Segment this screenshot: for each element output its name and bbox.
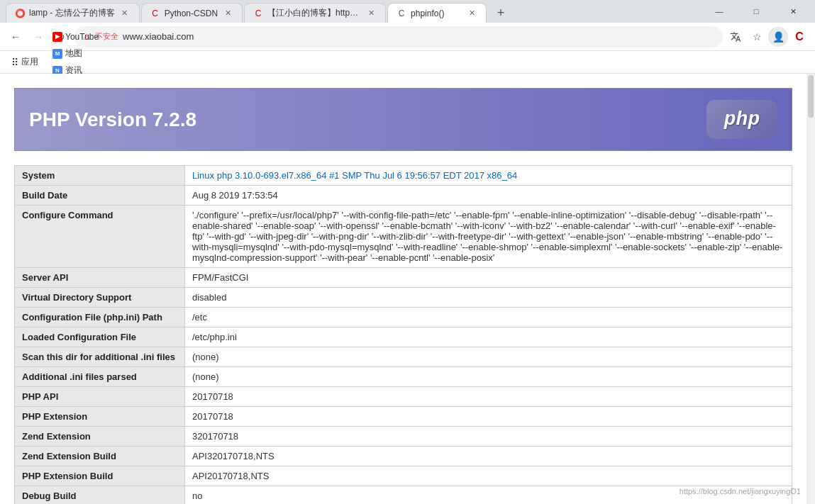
forward-button: → [28,27,48,47]
table-value: 20170718 [185,387,792,407]
table-row: Additional .ini files parsed (none) [15,367,792,387]
back-button[interactable]: ← [6,27,26,47]
address-bar-wrapper[interactable]: ⚠ 不安全 [74,26,723,47]
extension-icon[interactable]: C [789,27,809,47]
table-value: API320170718,NTS [185,447,792,466]
table-key: Additional .ini files parsed [15,367,185,387]
php-version-title: PHP Version 7.2.8 [29,108,196,131]
table-row: Server API FPM/FastCGI [15,268,792,288]
new-tab-button[interactable]: + [491,3,511,23]
table-row: Configure Command './configure' '--prefi… [15,206,792,268]
table-key: PHP API [15,387,185,407]
table-row: Loaded Configuration File /etc/php.ini [15,327,792,347]
tab-tab1[interactable]: ⭕ lamp - 忘情公子的博客 ✕ [6,3,140,23]
tab-favicon: C [150,9,160,18]
tab-tab2[interactable]: C Python-CSDN ✕ [141,3,243,23]
table-value: disabled [185,288,792,308]
table-row: Zend Extension 320170718 [15,427,792,447]
table-key: System [15,166,185,186]
table-row: PHP API 20170718 [15,387,792,407]
scroll-thumb[interactable] [808,75,814,118]
window-controls: — □ ✕ [703,0,809,23]
tab-favicon: ⭕ [15,9,25,18]
table-value: (none) [185,367,792,387]
bookmark-item[interactable]: M 地图 [47,45,145,62]
table-value: /etc [185,308,792,327]
table-value: Linux php 3.10.0-693.el7.x86_64 #1 SMP T… [185,166,792,186]
bookmark-favicon: M [52,49,62,59]
tab-favicon: C [253,9,263,18]
table-value: /etc/php.ini [185,327,792,347]
watermark: https://blog.csdn.net/jiangxuyingO1 [680,487,801,495]
table-row: Scan this dir for additional .ini files … [15,347,792,367]
tab-title: 【江小白的博客】httpd服务_博 [267,7,361,19]
tab-title: phpinfo() [411,9,462,18]
table-key: PHP Extension Build [15,466,185,486]
php-logo: php [706,100,777,139]
table-key: Virtual Directory Support [15,288,185,308]
translate-button[interactable] [726,27,745,47]
table-key: Configure Command [15,206,185,268]
table-key: Server API [15,268,185,288]
table-row: System Linux php 3.10.0-693.el7.x86_64 #… [15,166,792,186]
table-row: Virtual Directory Support disabled [15,288,792,308]
table-row: PHP Extension 20170718 [15,407,792,427]
close-button[interactable]: ✕ [777,0,809,23]
table-key: Zend Extension [15,427,185,447]
table-value: (none) [185,347,792,367]
table-row: Build Date Aug 8 2019 17:53:54 [15,186,792,206]
scrollbar[interactable] [806,74,815,504]
bookmark-item[interactable]: ▶ YouTube [47,28,145,45]
maximize-button[interactable]: □ [740,0,772,23]
minimize-button[interactable]: — [703,0,736,23]
table-row: Configuration File (php.ini) Path /etc [15,308,792,327]
table-key: Configuration File (php.ini) Path [15,308,185,327]
tab-close-button[interactable]: ✕ [466,8,477,19]
table-value: 320170718 [185,427,792,447]
bookmark-label: YouTube [65,32,99,42]
tab-tab4[interactable]: C phpinfo() ✕ [387,3,487,23]
bookmark-button[interactable]: ☆ [747,27,767,47]
tab-close-button[interactable]: ✕ [222,8,233,19]
tab-favicon: C [397,9,406,18]
bookmarks-bar: ⠿ 应用 ▶ YouTube M 地图 N 资讯 C CSDN博客-专业IT..… [0,51,815,74]
bookmark-favicon: ▶ [52,32,62,42]
tab-close-button[interactable]: ✕ [119,8,131,19]
bookmark-label: 地图 [65,47,82,60]
table-row: Zend Extension Build API320170718,NTS [15,447,792,466]
info-table: System Linux php 3.10.0-693.el7.x86_64 #… [14,165,792,504]
table-key: Zend Extension Build [15,447,185,466]
apps-label: 应用 [21,56,38,68]
phpinfo-page: PHP Version 7.2.8 php System Linux php 3… [0,74,806,504]
table-key: Build Date [15,186,185,206]
php-header: PHP Version 7.2.8 php [14,88,792,151]
table-value: 20170718 [185,407,792,427]
navbar-actions: ☆ 👤 C [726,27,809,47]
bookmarks-apps[interactable]: ⠿ 应用 [6,54,44,71]
table-value: Aug 8 2019 17:53:54 [185,186,792,206]
tab-tab3[interactable]: C 【江小白的博客】httpd服务_博 ✕ [244,3,386,23]
address-input[interactable] [123,31,714,42]
table-key: Scan this dir for additional .ini files [15,347,185,367]
tab-title: lamp - 忘情公子的博客 [29,7,115,19]
table-value: FPM/FastCGI [185,268,792,288]
tab-close-button[interactable]: ✕ [365,8,377,19]
tab-title: Python-CSDN [165,9,218,18]
table-value: './configure' '--prefix=/usr/local/php7'… [185,206,792,268]
main-content: PHP Version 7.2.8 php System Linux php 3… [0,74,815,504]
tab-strip: ⭕ lamp - 忘情公子的博客 ✕ C Python-CSDN ✕ C 【江小… [6,0,703,23]
table-row: PHP Extension Build API20170718,NTS [15,466,792,486]
table-key: PHP Extension [15,407,185,427]
table-row: Debug Build no [15,486,792,505]
profile-button[interactable]: 👤 [768,27,788,47]
table-key: Debug Build [15,486,185,505]
table-value: API20170718,NTS [185,466,792,486]
titlebar: ⭕ lamp - 忘情公子的博客 ✕ C Python-CSDN ✕ C 【江小… [0,0,815,23]
table-key: Loaded Configuration File [15,327,185,347]
